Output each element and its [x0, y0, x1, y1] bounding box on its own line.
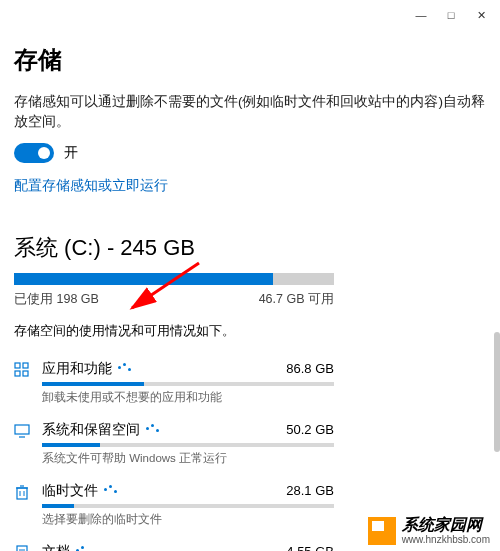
trash-icon	[14, 482, 32, 527]
storage-sense-toggle-row: 开	[14, 143, 486, 163]
category-body: 系统和保留空间50.2 GB系统文件可帮助 Windows 正常运行	[42, 421, 334, 466]
category-title: 应用和功能	[42, 360, 131, 378]
category-grid[interactable]: 应用和功能86.8 GB卸载未使用或不想要的应用和功能	[14, 354, 334, 415]
category-body: 文档4.55 GB管理"文档"文件夹	[42, 543, 334, 552]
category-head: 文档4.55 GB	[42, 543, 334, 552]
minimize-button[interactable]: —	[406, 0, 436, 30]
category-title: 临时文件	[42, 482, 117, 500]
category-list: 应用和功能86.8 GB卸载未使用或不想要的应用和功能系统和保留空间50.2 G…	[14, 354, 334, 552]
storage-sense-description: 存储感知可以通过删除不需要的文件(例如临时文件和回收站中的内容)自动释放空间。	[14, 92, 486, 133]
category-fill	[42, 443, 100, 447]
grid-icon	[14, 360, 32, 405]
drive-title: 系统 (C:) - 245 GB	[14, 233, 486, 263]
category-sub: 选择要删除的临时文件	[42, 512, 334, 527]
category-bar	[42, 504, 334, 508]
category-title: 文档	[42, 543, 89, 552]
svg-rect-3	[23, 371, 28, 376]
category-title: 系统和保留空间	[42, 421, 159, 439]
category-size: 28.1 GB	[286, 483, 334, 498]
drive-usage-bar	[14, 273, 334, 285]
category-head: 系统和保留空间50.2 GB	[42, 421, 334, 439]
storage-sense-toggle[interactable]	[14, 143, 54, 163]
category-sub: 卸载未使用或不想要的应用和功能	[42, 390, 334, 405]
category-fill	[42, 382, 144, 386]
category-size: 50.2 GB	[286, 422, 334, 437]
svg-rect-4	[15, 425, 29, 434]
watermark-icon	[368, 517, 396, 545]
svg-rect-2	[15, 371, 20, 376]
category-fill	[42, 504, 74, 508]
category-body: 临时文件28.1 GB选择要删除的临时文件	[42, 482, 334, 527]
page-title: 存储	[14, 44, 486, 76]
maximize-button[interactable]: □	[436, 0, 466, 30]
category-bar	[42, 382, 334, 386]
watermark-cn: 系统家园网	[402, 516, 490, 534]
category-trash[interactable]: 临时文件28.1 GB选择要删除的临时文件	[14, 476, 334, 537]
toggle-label: 开	[64, 144, 78, 162]
category-head: 应用和功能86.8 GB	[42, 360, 334, 378]
doc-icon	[14, 543, 32, 552]
titlebar: — □ ✕	[0, 0, 500, 30]
svg-rect-1	[23, 363, 28, 368]
loading-dots-icon	[104, 488, 117, 493]
used-label: 已使用 198 GB	[14, 291, 99, 308]
category-bar	[42, 443, 334, 447]
drive-usage-fill	[14, 273, 273, 285]
watermark: 系统家园网 www.hnzkhbsb.com	[368, 516, 490, 545]
category-monitor[interactable]: 系统和保留空间50.2 GB系统文件可帮助 Windows 正常运行	[14, 415, 334, 476]
loading-dots-icon	[146, 427, 159, 432]
loading-dots-icon	[118, 366, 131, 371]
drive-subtext: 存储空间的使用情况和可用情况如下。	[14, 322, 486, 340]
scrollbar[interactable]	[494, 332, 500, 452]
watermark-url: www.hnzkhbsb.com	[402, 534, 490, 545]
category-body: 应用和功能86.8 GB卸载未使用或不想要的应用和功能	[42, 360, 334, 405]
watermark-text: 系统家园网 www.hnzkhbsb.com	[402, 516, 490, 545]
category-size: 86.8 GB	[286, 361, 334, 376]
category-head: 临时文件28.1 GB	[42, 482, 334, 500]
category-sub: 系统文件可帮助 Windows 正常运行	[42, 451, 334, 466]
category-size: 4.55 GB	[286, 544, 334, 551]
page-content: 存储 存储感知可以通过删除不需要的文件(例如临时文件和回收站中的内容)自动释放空…	[0, 30, 500, 551]
svg-rect-11	[17, 546, 27, 552]
svg-rect-6	[17, 488, 27, 499]
monitor-icon	[14, 421, 32, 466]
drive-usage-labels: 已使用 198 GB 46.7 GB 可用	[14, 291, 334, 308]
svg-rect-0	[15, 363, 20, 368]
configure-storage-sense-link[interactable]: 配置存储感知或立即运行	[14, 177, 486, 195]
category-doc[interactable]: 文档4.55 GB管理"文档"文件夹	[14, 537, 334, 552]
close-button[interactable]: ✕	[466, 0, 496, 30]
free-label: 46.7 GB 可用	[259, 291, 334, 308]
